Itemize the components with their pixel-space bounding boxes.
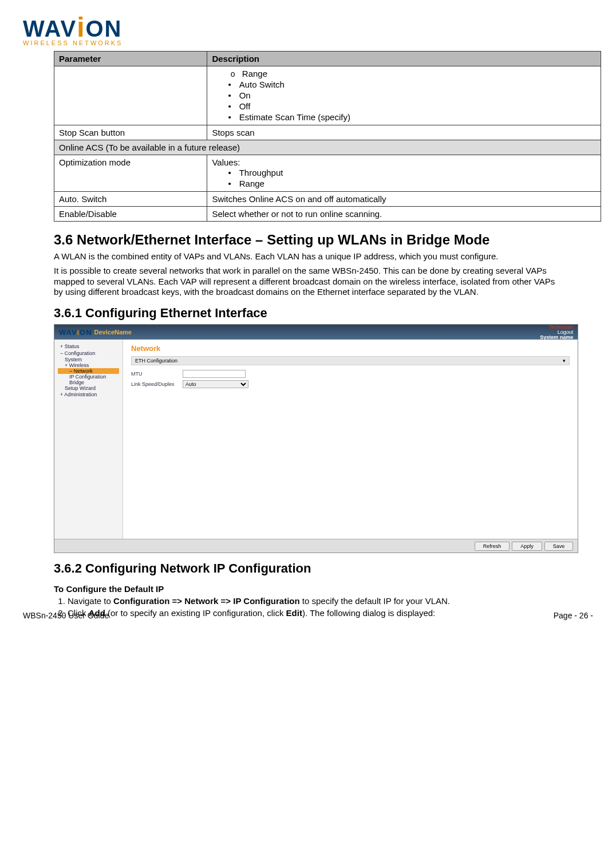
section-online-acs: Online ACS (To be available in a future … bbox=[54, 140, 601, 155]
brand-logo: WAViON WIRELESS NETWORKS bbox=[23, 11, 593, 46]
page-footer: WBSn-2450 User Guide Page - 26 - bbox=[23, 577, 593, 620]
sidebar-item-bridge[interactable]: Bridge bbox=[58, 380, 119, 385]
footer-title: WBSn-2450 User Guide bbox=[23, 611, 109, 620]
network-config-screenshot: WAViON DeviceName Technician Logout Syst… bbox=[54, 324, 578, 553]
brand-tagline: WIRELESS NETWORKS bbox=[23, 40, 593, 46]
sidebar-item-setup-wizard[interactable]: Setup Wizard bbox=[58, 385, 119, 391]
link-speed-select[interactable]: Auto bbox=[183, 380, 248, 388]
sidebar-item-ip-configuration[interactable]: IP Configuration bbox=[58, 374, 119, 380]
parameter-table: Parameter Description Range Auto Switch … bbox=[54, 51, 601, 222]
link-speed-label: Link Speed/Duplex bbox=[131, 381, 183, 387]
para-3-6-1: A WLAN is the combined entity of VAPs an… bbox=[54, 251, 562, 262]
mtu-label: MTU bbox=[131, 371, 183, 377]
collapse-icon[interactable]: ▾ bbox=[563, 358, 566, 364]
heading-3-6: 3.6 Network/Ethernet Interface – Setting… bbox=[54, 232, 593, 248]
save-button[interactable]: Save bbox=[544, 542, 574, 551]
apply-button[interactable]: Apply bbox=[512, 542, 542, 551]
col-parameter: Parameter bbox=[54, 52, 207, 66]
sidebar-item-wireless[interactable]: + Wireless bbox=[58, 362, 119, 368]
sidebar-nav: + Status − Configuration System + Wirele… bbox=[54, 340, 123, 539]
sidebar-item-status[interactable]: + Status bbox=[58, 343, 119, 350]
device-name: DeviceName bbox=[94, 329, 132, 336]
mtu-input[interactable] bbox=[183, 370, 246, 378]
page-title-network: Network bbox=[131, 344, 570, 353]
footer-page-number: Page - 26 - bbox=[554, 611, 593, 620]
panel-eth-configuration: ETH Configuration▾ bbox=[131, 356, 570, 365]
col-description: Description bbox=[207, 52, 601, 66]
heading-3-6-1: 3.6.1 Configuring Ethernet Interface bbox=[54, 306, 593, 321]
heading-3-6-2: 3.6.2 Configuring Network IP Configurati… bbox=[54, 561, 593, 576]
refresh-button[interactable]: Refresh bbox=[475, 542, 510, 551]
sidebar-item-system[interactable]: System bbox=[58, 357, 119, 362]
sidebar-item-configuration[interactable]: − Configuration bbox=[58, 350, 119, 357]
sidebar-item-administration[interactable]: + Administration bbox=[58, 391, 119, 398]
sidebar-item-network[interactable]: − Network bbox=[58, 368, 119, 374]
para-3-6-2: It is possible to create several network… bbox=[54, 266, 562, 298]
